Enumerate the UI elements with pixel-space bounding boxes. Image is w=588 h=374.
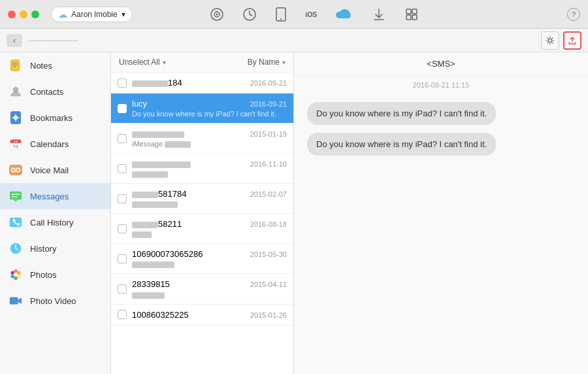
svg-point-41: [10, 275, 14, 279]
contact-checkbox[interactable]: [118, 284, 127, 294]
device-icon[interactable]: [275, 7, 287, 22]
contact-checkbox[interactable]: [118, 78, 127, 88]
contact-info: 106900073065286 2015-05-30: [132, 249, 287, 268]
messages-container: Do you know where is my iPad? I can't fi…: [294, 94, 588, 374]
sidebar-item-photovideo[interactable]: Photo Video: [0, 288, 110, 314]
voicemail-icon: [8, 162, 24, 178]
contact-info: 2015-01-19 iMessage: [132, 129, 287, 148]
contact-item[interactable]: 106900073065286 2015-05-30: [111, 244, 293, 274]
blurred-preview: [165, 141, 191, 148]
account-pill[interactable]: ☁ Aaron lmobie ▾: [51, 7, 133, 22]
contact-item[interactable]: 100860325225 2015-01-26: [111, 305, 293, 326]
unselect-dropdown-icon: ▾: [163, 59, 166, 66]
svg-rect-31: [10, 192, 22, 200]
unselect-all-button[interactable]: Unselect All ▾: [119, 58, 166, 67]
by-name-dropdown-icon: ▾: [282, 59, 286, 66]
contact-date: 2015-04-11: [250, 280, 287, 288]
contact-info: 2016-11-10: [132, 159, 287, 178]
contact-info: 581784 2015-02-07: [132, 189, 287, 208]
icloud-icon[interactable]: [335, 8, 353, 21]
contact-date: 2015-05-30: [250, 250, 287, 258]
contact-item[interactable]: 58211 2016-08-18: [111, 214, 293, 244]
breadcrumb: ──────────: [27, 37, 536, 44]
message-bubble: Do you know where is my iPad? I can't fi…: [307, 102, 496, 125]
blurred-number: [132, 80, 168, 87]
svg-text:TUE: TUE: [12, 145, 18, 148]
contact-preview: [132, 170, 287, 178]
music-icon[interactable]: [210, 7, 224, 22]
contact-name: 184: [132, 78, 182, 88]
sub-toolbar-actions: [541, 31, 581, 50]
contact-preview: iMessage: [132, 140, 287, 148]
contact-item[interactable]: 28339815 2015-04-11: [111, 274, 293, 304]
contact-name-row: lucy 2016-09-21: [132, 99, 287, 109]
photovideo-icon: [8, 293, 24, 309]
contact-item[interactable]: ✓ lucy 2016-09-21 Do you know where is m…: [111, 94, 293, 124]
blurred-preview: [132, 231, 152, 238]
voicemail-label: Voice Mail: [30, 165, 69, 175]
contact-name-row: 581784 2015-02-07: [132, 189, 287, 199]
contact-checkbox[interactable]: [118, 134, 127, 143]
message-header: <SMS>: [294, 52, 588, 76]
appstore-icon[interactable]: [404, 7, 419, 22]
contact-checkbox[interactable]: [118, 224, 127, 233]
contact-checkbox[interactable]: [118, 310, 127, 319]
contact-info: 100860325225 2015-01-26: [132, 310, 287, 320]
contact-list: Unselect All ▾ By Name ▾ 184 2016-09-21: [111, 52, 294, 374]
sidebar-item-voicemail[interactable]: Voice Mail: [0, 157, 110, 183]
svg-rect-44: [10, 298, 18, 305]
unselect-all-label: Unselect All: [119, 58, 160, 67]
help-button[interactable]: ?: [567, 8, 580, 21]
download-icon[interactable]: [372, 7, 386, 22]
main-layout: Notes Contacts: [0, 52, 588, 374]
history-label: History: [30, 244, 56, 254]
contact-item[interactable]: 2015-01-19 iMessage: [111, 124, 293, 154]
contact-info: 184 2016-09-21: [132, 78, 287, 88]
svg-point-18: [14, 116, 18, 120]
sidebar-item-callhistory[interactable]: Call History: [0, 209, 110, 235]
settings-button[interactable]: [541, 31, 559, 50]
blurred-preview: [132, 201, 178, 208]
contact-name: 581784: [132, 189, 186, 199]
sidebar-item-contacts[interactable]: Contacts: [0, 78, 110, 105]
contact-item[interactable]: 184 2016-09-21: [111, 73, 293, 94]
account-name: Aaron lmobie: [71, 10, 118, 19]
contact-info: 28339815 2015-04-11: [132, 279, 287, 298]
close-button[interactable]: [8, 10, 16, 18]
sidebar-item-photos[interactable]: Photos: [0, 262, 110, 288]
contact-date: 2015-01-26: [250, 311, 287, 319]
ios-icon[interactable]: iOS: [305, 10, 316, 18]
contact-info: lucy 2016-09-21 Do you know where is my …: [132, 99, 287, 118]
contact-name: [132, 129, 184, 139]
sidebar-item-notes[interactable]: Notes: [0, 52, 110, 78]
by-name-button[interactable]: By Name ▾: [248, 58, 286, 67]
sidebar-item-calendars[interactable]: 12 TUE Calendars: [0, 131, 110, 157]
back-button[interactable]: ‹: [7, 34, 22, 47]
contact-checkbox[interactable]: [118, 194, 127, 203]
svg-point-42: [10, 271, 14, 275]
maximize-button[interactable]: [31, 10, 39, 18]
svg-rect-12: [11, 60, 20, 71]
contact-name: 28339815: [132, 279, 170, 289]
toolbar-icons: iOS: [210, 7, 418, 22]
minimize-button[interactable]: [20, 10, 27, 18]
callhistory-icon: [8, 214, 24, 230]
contact-preview: Do you know where is my iPad? I can't fi…: [132, 110, 287, 118]
contact-checkbox[interactable]: [118, 164, 127, 173]
sidebar: Notes Contacts: [0, 52, 111, 374]
contact-name: lucy: [132, 99, 147, 109]
message-pane: <SMS> 2016-09-21 11:15 Do you know where…: [294, 52, 588, 374]
contact-item[interactable]: 581784 2015-02-07: [111, 184, 293, 214]
export-button[interactable]: [563, 31, 581, 50]
contact-item[interactable]: 2016-11-10: [111, 154, 293, 184]
contact-name: 58211: [132, 219, 182, 229]
contact-checkbox[interactable]: ✓: [118, 104, 127, 113]
sidebar-item-bookmarks[interactable]: Bookmarks: [0, 105, 110, 131]
svg-point-39: [17, 275, 21, 279]
contact-checkbox[interactable]: [118, 254, 127, 264]
sidebar-item-messages[interactable]: Messages: [0, 183, 110, 209]
history-clock-icon[interactable]: [242, 7, 257, 22]
cloud-account-icon: ☁: [58, 9, 67, 20]
contact-date: 2016-09-21: [250, 79, 287, 87]
sidebar-item-history[interactable]: History: [0, 235, 110, 262]
